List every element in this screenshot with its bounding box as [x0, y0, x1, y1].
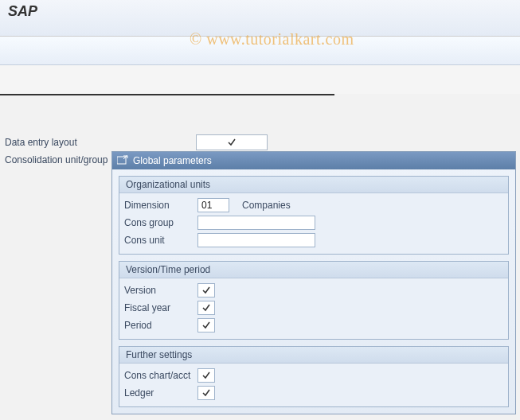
check-icon	[201, 371, 211, 380]
cons-unit-label: Cons unit	[124, 235, 197, 246]
divider	[0, 94, 334, 95]
organizational-units-group: Organizational units Dimension Companies…	[119, 176, 509, 255]
cons-chart-field[interactable]	[197, 368, 215, 383]
cons-chart-label: Cons chart/acct	[124, 370, 197, 381]
dimension-label: Dimension	[124, 200, 197, 211]
cons-group-label: Cons group	[124, 217, 197, 228]
ledger-label: Ledger	[124, 387, 197, 399]
further-settings-group: Further settings Cons chart/acct Ledger	[119, 346, 509, 407]
dimension-desc: Companies	[242, 200, 291, 211]
dialog-header: Global parameters	[112, 152, 515, 169]
dialog-title: Global parameters	[133, 155, 212, 166]
check-icon	[201, 388, 211, 398]
dialog-icon	[117, 155, 133, 167]
cons-unit-field[interactable]	[197, 233, 315, 247]
ledger-field[interactable]	[197, 386, 215, 400]
version-field[interactable]	[197, 283, 215, 298]
check-icon	[201, 286, 211, 295]
dimension-field[interactable]	[197, 198, 229, 212]
version-label: Version	[124, 285, 197, 296]
check-icon	[227, 138, 237, 147]
version-time-group: Version/Time period Version Fiscal year …	[119, 261, 509, 340]
group-title: Version/Time period	[119, 262, 508, 278]
period-label: Period	[124, 320, 197, 331]
cons-group-field[interactable]	[197, 216, 315, 230]
group-title: Further settings	[119, 347, 508, 364]
data-entry-layout-field[interactable]	[196, 134, 268, 150]
check-icon	[201, 321, 211, 330]
app-title: SAP	[8, 3, 37, 20]
toolbar	[0, 37, 520, 65]
data-entry-layout-label: Data entry layout	[5, 137, 196, 148]
title-bar: SAP	[0, 0, 520, 37]
fiscal-year-field[interactable]	[197, 301, 215, 315]
fiscal-year-label: Fiscal year	[124, 302, 197, 313]
period-field[interactable]	[197, 318, 215, 332]
group-title: Organizational units	[119, 177, 508, 193]
check-icon	[201, 303, 211, 313]
global-parameters-dialog: Global parameters Organizational units D…	[111, 151, 516, 414]
